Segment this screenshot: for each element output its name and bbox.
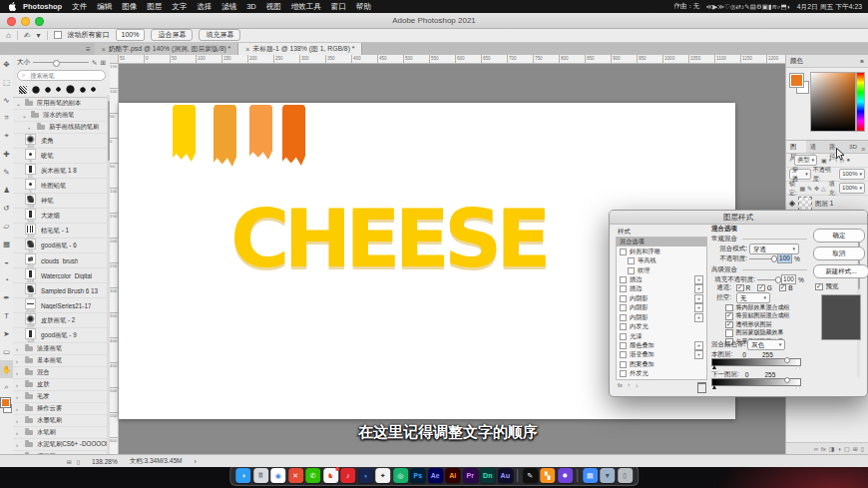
style-list-item[interactable]: 斜面和浮雕 — [617, 246, 706, 255]
style-list-item[interactable]: 描边 + — [617, 284, 706, 293]
new-style-button[interactable]: 新建样式... — [813, 264, 868, 278]
hand-tool[interactable]: ✋ — [0, 360, 13, 378]
style-checkbox[interactable] — [620, 276, 627, 283]
menu-item[interactable]: 图像 — [117, 2, 142, 11]
panel-tab[interactable]: 3D — [845, 141, 861, 153]
pressure-icon[interactable]: ✎ — [92, 59, 97, 67]
move-tool[interactable]: ✥ — [0, 55, 13, 73]
control-center-icon[interactable]: ⬒ — [781, 3, 787, 10]
style-checkbox[interactable] — [620, 285, 627, 292]
display-icon[interactable]: ▣ — [762, 3, 768, 10]
fill-opacity-slider[interactable] — [757, 279, 779, 280]
launchpad-icon[interactable]: ⠿ — [253, 468, 268, 483]
add-instance-icon[interactable]: + — [694, 303, 703, 312]
photoshop-icon[interactable]: Ps — [410, 468, 425, 483]
move-up-icon[interactable]: ↑ — [628, 382, 631, 388]
type-tool[interactable]: T — [0, 306, 13, 324]
channel-checkbox[interactable] — [736, 284, 744, 292]
channel-option[interactable]: B — [779, 284, 793, 292]
brush-tool[interactable]: ✎ — [0, 163, 13, 181]
apple-icon[interactable] — [6, 2, 18, 11]
trash-icon[interactable]: ▯ — [618, 468, 633, 483]
create-brush-icon[interactable]: ⊞ — [101, 59, 106, 67]
channel-option[interactable]: G — [757, 284, 772, 292]
style-list-item[interactable]: 等高线 — [617, 256, 706, 265]
browser-app-icon[interactable]: ◖ — [358, 468, 373, 483]
add-instance-icon[interactable]: + — [694, 294, 703, 303]
fx-icon[interactable]: fx — [618, 382, 623, 388]
opacity-slider[interactable] — [749, 258, 775, 259]
lock-transparent-icon[interactable]: ▦ — [799, 185, 805, 192]
visibility-eye-icon[interactable] — [789, 201, 795, 207]
style-checkbox[interactable] — [620, 351, 627, 358]
menu-item[interactable]: 图层 — [142, 2, 167, 11]
status-chevron-icon[interactable]: › — [194, 458, 196, 465]
menu-item[interactable]: Photoshop — [18, 2, 67, 11]
group-icon[interactable]: ▢ — [844, 445, 850, 452]
lasso-tool[interactable]: ∿ — [0, 91, 13, 109]
style-checkbox[interactable] — [620, 370, 627, 377]
caret-icon[interactable]: › — [16, 418, 21, 424]
close-tab-icon[interactable]: × — [245, 46, 249, 53]
chrome-icon[interactable]: ◉ — [270, 468, 285, 483]
delete-layer-icon[interactable]: ▯ — [861, 445, 864, 452]
after-effects-icon[interactable]: Ae — [428, 468, 443, 483]
add-instance-icon[interactable]: + — [694, 313, 703, 322]
brush-search[interactable]: ⌕ — [17, 70, 106, 81]
ok-button[interactable]: 确定 — [813, 229, 865, 243]
channel-checkbox[interactable] — [779, 284, 787, 292]
checkbox[interactable] — [725, 312, 733, 320]
document-tab[interactable]: × 奶酪字.psd @ 140% (洞洞, 图层蒙版/8) * — [95, 43, 239, 55]
film-app-icon[interactable]: ✹ — [558, 468, 573, 483]
style-list-item[interactable]: 混合选项 — [617, 238, 706, 246]
channel-checkbox[interactable] — [757, 284, 765, 292]
siri-icon[interactable]: ◗ — [787, 3, 791, 10]
style-list-item[interactable]: 外发光 — [617, 369, 706, 378]
grid-icon[interactable]: ▤ — [750, 3, 756, 10]
menu-item[interactable]: 帮助 — [351, 2, 376, 11]
foreground-color-swatch[interactable] — [1, 398, 10, 407]
style-list-item[interactable]: 光泽 — [617, 331, 706, 340]
caret-icon[interactable]: › — [16, 442, 21, 448]
menu-item[interactable]: 文件 — [67, 2, 92, 11]
caret-icon[interactable]: › — [16, 382, 21, 388]
style-checkbox[interactable] — [620, 361, 627, 368]
home-icon[interactable]: ⌂ — [6, 31, 11, 40]
style-list-item[interactable]: 内阴影 + — [617, 294, 706, 303]
color-swatches[interactable] — [0, 398, 13, 413]
panel-tab[interactable]: 图层 — [786, 141, 806, 153]
brush-preview-dot[interactable] — [32, 86, 40, 94]
brush-preview-dot[interactable] — [56, 87, 61, 92]
lock-pixels-icon[interactable]: ✎ — [807, 185, 812, 192]
panel-menu-icon[interactable]: ≡ — [86, 45, 91, 54]
style-checkbox[interactable] — [620, 295, 627, 302]
smart-object-filter-icon[interactable]: ● — [846, 157, 850, 164]
knockout-select[interactable]: 无▾ — [736, 292, 770, 303]
blur-tool[interactable]: ◒ — [0, 252, 13, 270]
eyedropper-tool[interactable]: ⌖ — [0, 127, 13, 145]
checkbox[interactable] — [725, 304, 733, 312]
search-icon[interactable]: ⌕ — [777, 3, 781, 10]
zoom-level[interactable]: 138.28% — [92, 458, 118, 465]
brush-size-slider[interactable] — [33, 62, 89, 63]
blending-checkbox-row[interactable]: 图层蒙版隐藏效果 — [725, 329, 790, 338]
brush-preview-dot[interactable] — [66, 85, 75, 94]
eraser-tool[interactable]: ▱ — [0, 217, 13, 235]
panel-menu-icon[interactable]: ≡ — [860, 58, 864, 65]
link-icon[interactable]: ∞ — [814, 446, 818, 452]
blend-if-select[interactable]: 灰色▾ — [747, 339, 785, 350]
panel-tab[interactable]: 通道 — [806, 141, 826, 153]
fx-icon[interactable]: fx — [821, 446, 826, 452]
fill-screen-button[interactable]: 填充屏幕 — [199, 29, 240, 41]
checkbox[interactable] — [725, 329, 733, 337]
downloads-icon[interactable]: ▼ — [600, 468, 615, 483]
document-icon[interactable]: ▤ — [583, 468, 598, 483]
blending-checkbox-row[interactable]: 将剪贴图层混合成组 — [725, 312, 790, 321]
style-list-item[interactable]: 渐变叠加 + — [617, 350, 706, 359]
caret-icon[interactable]: › — [16, 394, 21, 400]
style-checkbox[interactable] — [620, 333, 627, 340]
style-list-item[interactable]: 颜色叠加 + — [617, 341, 706, 350]
premiere-icon[interactable]: Pr — [463, 468, 478, 483]
adjustment-filter-icon[interactable]: ◐ — [829, 157, 833, 164]
brush-search-input[interactable] — [28, 72, 101, 80]
